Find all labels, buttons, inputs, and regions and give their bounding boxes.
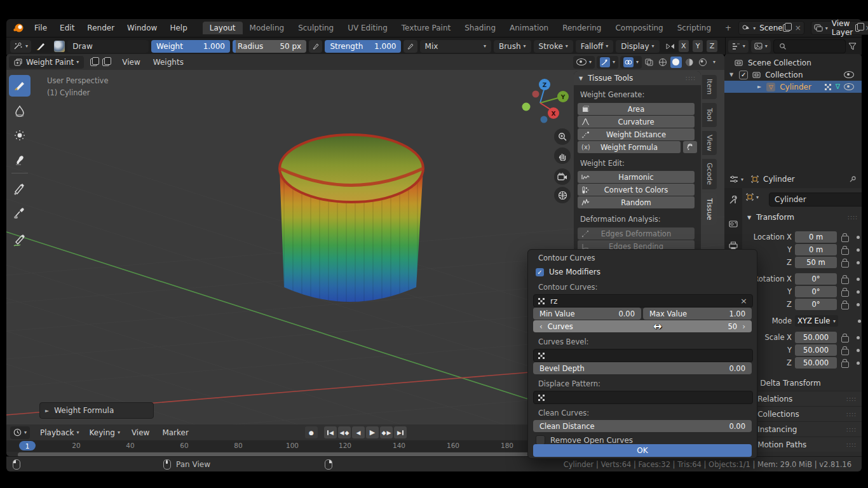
animate-dot-icon[interactable] (857, 362, 860, 365)
scale-y-value[interactable]: 50.000 (795, 344, 837, 356)
tab-scripting[interactable]: Scripting (670, 22, 718, 34)
clean-distance-slider[interactable]: Clean Distance 0.00 (533, 420, 752, 432)
tissue-panel-header[interactable]: ▼ Tissue Tools :::: (574, 71, 701, 85)
drag-grip-icon[interactable]: :::: (846, 396, 857, 402)
unlink-scene-icon[interactable]: × (795, 24, 801, 32)
overlay-options-dropdown[interactable]: ▾ (620, 56, 642, 69)
weight-distance-button[interactable]: Weight Distance (578, 128, 695, 140)
filter-icon[interactable] (848, 43, 857, 50)
collapse-icon[interactable]: ▼ (729, 72, 733, 78)
max-value-slider[interactable]: Max Value 1.00 (643, 308, 752, 320)
show-gizmo-dropdown[interactable]: ▾ (597, 56, 618, 69)
tab-view[interactable]: View (702, 131, 717, 155)
tool-annotate-button[interactable] (9, 230, 31, 252)
symmetry-x-toggle[interactable]: X (679, 40, 689, 52)
lock-icon[interactable] (841, 303, 849, 309)
tab-sculpting[interactable]: Sculpting (291, 22, 341, 34)
animate-dot-icon[interactable] (857, 236, 860, 239)
timeline-menu-view[interactable]: View (125, 428, 156, 437)
editor-type-dropdown[interactable]: ▾ (10, 426, 30, 439)
edges-deformation-button[interactable]: Edges Deformation (578, 227, 695, 240)
weight-formula-button[interactable]: (x) Weight Formula (578, 141, 681, 153)
jump-to-start-button[interactable]: ◀ (324, 426, 337, 438)
expand-icon[interactable]: ► (757, 84, 761, 90)
camera-view-button[interactable] (554, 168, 571, 185)
falloff-menu[interactable]: Falloff ▾ (576, 40, 613, 53)
shading-wireframe-icon[interactable] (657, 57, 668, 68)
lock-icon[interactable] (841, 336, 849, 342)
play-button[interactable]: ▶ (366, 426, 379, 438)
render-properties-tab-icon[interactable] (729, 220, 738, 229)
navigation-gizmo[interactable]: Z Y X (520, 75, 571, 126)
use-modifiers-checkbox[interactable]: ✓ (536, 268, 544, 276)
xray-toggle-icon[interactable] (644, 57, 655, 68)
increase-arrow-icon[interactable]: › (742, 322, 745, 331)
current-frame-indicator[interactable]: 1 (19, 441, 36, 451)
formula-refresh-button[interactable] (683, 141, 697, 153)
outliner-row-scene-collection[interactable]: Scene Collection (724, 57, 862, 69)
tool-gradient-button[interactable] (9, 178, 31, 200)
brush-preview-icon[interactable] (54, 41, 65, 52)
tab-shading[interactable]: Shading (458, 22, 503, 34)
area-button[interactable]: Area (578, 103, 695, 115)
instancing-panel[interactable]: ► Instancing :::: (742, 421, 862, 437)
animate-dot-icon[interactable] (857, 248, 860, 252)
shading-material-icon[interactable] (684, 57, 695, 68)
min-value-slider[interactable]: Min Value 0.00 (533, 308, 641, 320)
decrease-arrow-icon[interactable]: ‹ (539, 322, 543, 331)
location-y-value[interactable]: 0 m (795, 244, 837, 255)
hide-collection-eye-icon[interactable] (844, 71, 854, 78)
rotation-x-value[interactable]: 0° (795, 273, 837, 285)
transfer-mode-icon[interactable] (102, 58, 109, 66)
active-tool-dropdown[interactable]: ▾ (10, 40, 31, 53)
animate-dot-icon[interactable] (857, 349, 860, 352)
outliner-row-cylinder[interactable]: ► ▽ Cylinder ∇ (724, 81, 862, 93)
new-scene-icon[interactable] (783, 24, 790, 32)
tool-properties-tab-icon[interactable] (729, 196, 738, 207)
tool-sample-weight-button[interactable] (9, 202, 31, 224)
radius-slider[interactable]: Radius 50 px (233, 40, 306, 53)
location-z-value[interactable]: 50 m (795, 257, 837, 268)
next-keyframe-button[interactable]: ◆▶ (380, 426, 393, 438)
shading-rendered-icon[interactable] (697, 57, 709, 68)
menu-render[interactable]: Render (81, 24, 121, 32)
tab-layout[interactable]: Layout (203, 22, 243, 34)
convert-to-colors-button[interactable]: Convert to Colors (578, 184, 695, 196)
weight-slider[interactable]: Weight 1.000 (151, 40, 230, 53)
strength-slider[interactable]: Strength 1.000 (325, 40, 401, 53)
move-view-button[interactable] (554, 147, 571, 164)
tab-uv-editing[interactable]: UV Editing (341, 22, 395, 34)
outliner-filter-collection-dropdown[interactable]: ▾ (751, 40, 771, 53)
tab-tool[interactable]: Tool (702, 103, 717, 127)
bevel-depth-slider[interactable]: Bevel Depth 0.00 (533, 362, 752, 374)
animate-dot-icon[interactable] (857, 303, 860, 306)
animate-dot-icon[interactable] (857, 261, 860, 264)
tab-rendering[interactable]: Rendering (555, 22, 608, 34)
pin-icon[interactable] (849, 175, 857, 183)
use-modifiers-row[interactable]: ✓ Use Modifiers (536, 268, 600, 276)
stroke-menu[interactable]: Stroke ▾ (534, 40, 573, 53)
drag-grip-icon[interactable]: :::: (686, 75, 696, 81)
tab-item[interactable]: Item (702, 75, 717, 99)
bevel-object-field[interactable] (533, 349, 753, 362)
collections-panel[interactable]: ► Collections :::: (742, 406, 862, 421)
tab-modeling[interactable]: Modeling (243, 22, 292, 34)
mode-dropdown[interactable]: Weight Paint ▾ (9, 56, 84, 69)
outliner-search-input[interactable] (773, 39, 846, 53)
animate-dot-icon[interactable] (858, 320, 861, 323)
viewport-menu-view[interactable]: View (116, 58, 146, 67)
displace-pattern-field[interactable] (533, 391, 753, 404)
zoom-button[interactable] (554, 128, 571, 145)
symmetry-z-toggle[interactable]: Z (707, 40, 717, 52)
transform-panel-header[interactable]: ▼ Transform :::: (742, 211, 862, 224)
properties-editor-icon[interactable] (729, 175, 738, 183)
ok-button[interactable]: OK (533, 444, 752, 457)
remove-view-layer-icon[interactable]: × (865, 24, 868, 32)
lock-icon[interactable] (841, 290, 849, 297)
cylinder-object[interactable] (266, 128, 433, 338)
brush-menu[interactable]: Brush ▾ (494, 40, 531, 53)
new-view-layer-icon[interactable] (855, 24, 860, 32)
contour-curve-field[interactable]: rz × (533, 294, 753, 308)
tool-blur-button[interactable] (9, 100, 31, 122)
shading-solid-icon[interactable] (670, 57, 682, 68)
